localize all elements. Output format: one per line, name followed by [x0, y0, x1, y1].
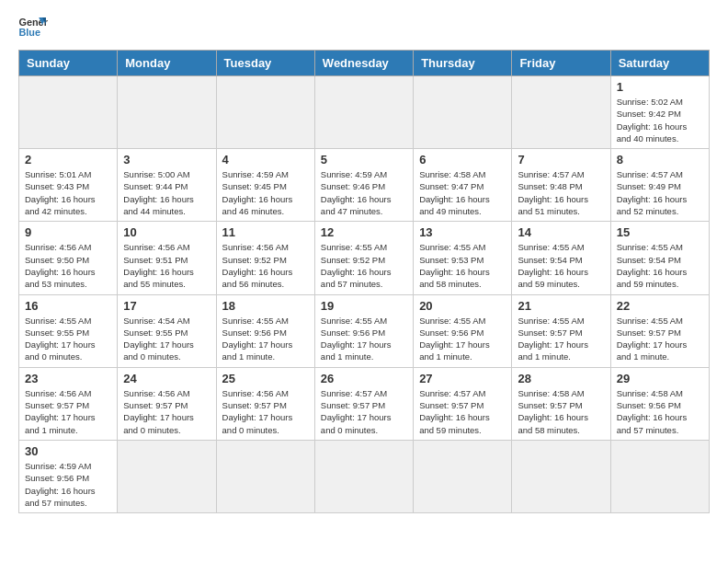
day-number: 28	[518, 372, 604, 385]
day-number: 8	[617, 153, 703, 167]
calendar-cell	[118, 76, 216, 149]
day-info: Sunrise: 4:58 AMSunset: 9:57 PMDaylight:…	[518, 387, 604, 436]
day-info: Sunrise: 5:01 AMSunset: 9:43 PMDaylight:…	[25, 168, 111, 217]
day-info: Sunrise: 4:55 AMSunset: 9:55 PMDaylight:…	[25, 315, 111, 363]
calendar-week-0: 1Sunrise: 5:02 AMSunset: 9:42 PMDaylight…	[19, 76, 710, 149]
day-info: Sunrise: 4:57 AMSunset: 9:48 PMDaylight:…	[518, 168, 604, 217]
day-info: Sunrise: 4:58 AMSunset: 9:56 PMDaylight:…	[617, 387, 703, 436]
day-number: 10	[123, 225, 210, 239]
day-number: 21	[518, 299, 604, 313]
day-number: 23	[25, 372, 111, 385]
day-number: 1	[617, 80, 703, 94]
calendar-cell: 12Sunrise: 4:55 AMSunset: 9:52 PMDayligh…	[314, 222, 413, 294]
calendar-cell: 15Sunrise: 4:55 AMSunset: 9:54 PMDayligh…	[610, 222, 709, 294]
logo-icon: General Blue	[18, 15, 48, 40]
calendar-cell: 5Sunrise: 4:59 AMSunset: 9:46 PMDaylight…	[314, 149, 413, 222]
day-number: 6	[419, 153, 506, 167]
day-info: Sunrise: 4:56 AMSunset: 9:52 PMDaylight:…	[222, 241, 309, 290]
day-info: Sunrise: 5:00 AMSunset: 9:44 PMDaylight:…	[123, 168, 210, 217]
day-number: 9	[25, 225, 111, 239]
logo: General Blue	[18, 15, 48, 40]
calendar-cell: 13Sunrise: 4:55 AMSunset: 9:53 PMDayligh…	[414, 222, 512, 294]
header-row: SundayMondayTuesdayWednesdayThursdayFrid…	[19, 51, 710, 76]
calendar-cell: 4Sunrise: 4:59 AMSunset: 9:45 PMDaylight…	[216, 149, 314, 222]
calendar-cell: 16Sunrise: 4:55 AMSunset: 9:55 PMDayligh…	[19, 294, 118, 367]
calendar-cell	[216, 76, 314, 149]
calendar-cell: 9Sunrise: 4:56 AMSunset: 9:50 PMDaylight…	[19, 222, 118, 294]
day-number: 27	[419, 372, 506, 385]
calendar-cell: 8Sunrise: 4:57 AMSunset: 9:49 PMDaylight…	[610, 149, 709, 222]
calendar-cell: 18Sunrise: 4:55 AMSunset: 9:56 PMDayligh…	[216, 294, 314, 367]
day-number: 15	[617, 225, 703, 239]
calendar-cell: 22Sunrise: 4:55 AMSunset: 9:57 PMDayligh…	[610, 294, 709, 367]
header-day-tuesday: Tuesday	[216, 51, 314, 76]
calendar-cell: 19Sunrise: 4:55 AMSunset: 9:56 PMDayligh…	[314, 294, 413, 367]
calendar-cell: 20Sunrise: 4:55 AMSunset: 9:56 PMDayligh…	[414, 294, 512, 367]
day-info: Sunrise: 4:56 AMSunset: 9:51 PMDaylight:…	[123, 241, 210, 290]
calendar-cell: 17Sunrise: 4:54 AMSunset: 9:55 PMDayligh…	[118, 294, 216, 367]
day-number: 16	[25, 299, 111, 313]
calendar-cell: 30Sunrise: 4:59 AMSunset: 9:56 PMDayligh…	[19, 440, 118, 512]
calendar-cell: 27Sunrise: 4:57 AMSunset: 9:57 PMDayligh…	[414, 367, 512, 440]
day-info: Sunrise: 4:57 AMSunset: 9:57 PMDaylight:…	[321, 387, 407, 436]
day-number: 24	[123, 372, 210, 385]
day-info: Sunrise: 4:55 AMSunset: 9:57 PMDaylight:…	[617, 315, 703, 363]
calendar-week-4: 23Sunrise: 4:56 AMSunset: 9:57 PMDayligh…	[19, 367, 710, 440]
calendar-cell	[610, 440, 709, 512]
calendar-table: SundayMondayTuesdayWednesdayThursdayFrid…	[18, 50, 710, 513]
day-info: Sunrise: 4:56 AMSunset: 9:57 PMDaylight:…	[222, 387, 309, 436]
header-day-sunday: Sunday	[19, 51, 118, 76]
calendar-cell: 3Sunrise: 5:00 AMSunset: 9:44 PMDaylight…	[118, 149, 216, 222]
calendar-cell: 14Sunrise: 4:55 AMSunset: 9:54 PMDayligh…	[512, 222, 610, 294]
calendar-week-1: 2Sunrise: 5:01 AMSunset: 9:43 PMDaylight…	[19, 149, 710, 222]
day-info: Sunrise: 4:57 AMSunset: 9:57 PMDaylight:…	[419, 387, 506, 436]
calendar-cell	[19, 76, 118, 149]
day-info: Sunrise: 4:55 AMSunset: 9:56 PMDaylight:…	[419, 315, 506, 363]
day-info: Sunrise: 4:55 AMSunset: 9:54 PMDaylight:…	[518, 241, 604, 290]
day-info: Sunrise: 5:02 AMSunset: 9:42 PMDaylight:…	[617, 96, 703, 144]
header-day-friday: Friday	[512, 51, 610, 76]
day-number: 17	[123, 299, 210, 313]
calendar-cell: 28Sunrise: 4:58 AMSunset: 9:57 PMDayligh…	[512, 367, 610, 440]
day-info: Sunrise: 4:55 AMSunset: 9:57 PMDaylight:…	[518, 315, 604, 363]
calendar-cell: 10Sunrise: 4:56 AMSunset: 9:51 PMDayligh…	[118, 222, 216, 294]
calendar-cell	[512, 440, 610, 512]
day-number: 30	[25, 444, 111, 458]
calendar-cell: 23Sunrise: 4:56 AMSunset: 9:57 PMDayligh…	[19, 367, 118, 440]
calendar-cell: 1Sunrise: 5:02 AMSunset: 9:42 PMDaylight…	[610, 76, 709, 149]
day-number: 4	[222, 153, 309, 167]
header-day-monday: Monday	[118, 51, 216, 76]
calendar-cell	[512, 76, 610, 149]
header-day-wednesday: Wednesday	[314, 51, 413, 76]
calendar-cell	[414, 76, 512, 149]
day-number: 20	[419, 299, 506, 313]
calendar-cell: 2Sunrise: 5:01 AMSunset: 9:43 PMDaylight…	[19, 149, 118, 222]
day-number: 29	[617, 372, 703, 385]
calendar-cell: 7Sunrise: 4:57 AMSunset: 9:48 PMDaylight…	[512, 149, 610, 222]
header-day-thursday: Thursday	[414, 51, 512, 76]
day-number: 13	[419, 225, 506, 239]
calendar-cell: 29Sunrise: 4:58 AMSunset: 9:56 PMDayligh…	[610, 367, 709, 440]
calendar-cell: 26Sunrise: 4:57 AMSunset: 9:57 PMDayligh…	[314, 367, 413, 440]
day-number: 11	[222, 225, 309, 239]
calendar-cell: 25Sunrise: 4:56 AMSunset: 9:57 PMDayligh…	[216, 367, 314, 440]
day-number: 12	[321, 225, 407, 239]
calendar-cell	[118, 440, 216, 512]
calendar-cell: 21Sunrise: 4:55 AMSunset: 9:57 PMDayligh…	[512, 294, 610, 367]
day-info: Sunrise: 4:59 AMSunset: 9:56 PMDaylight:…	[25, 460, 111, 509]
day-number: 7	[518, 153, 604, 167]
day-number: 5	[321, 153, 407, 167]
calendar-cell: 11Sunrise: 4:56 AMSunset: 9:52 PMDayligh…	[216, 222, 314, 294]
day-number: 14	[518, 225, 604, 239]
calendar-cell	[314, 76, 413, 149]
calendar-cell: 6Sunrise: 4:58 AMSunset: 9:47 PMDaylight…	[414, 149, 512, 222]
day-info: Sunrise: 4:55 AMSunset: 9:53 PMDaylight:…	[419, 241, 506, 290]
calendar-cell	[314, 440, 413, 512]
day-info: Sunrise: 4:59 AMSunset: 9:45 PMDaylight:…	[222, 168, 309, 217]
day-number: 2	[25, 153, 111, 167]
day-info: Sunrise: 4:55 AMSunset: 9:54 PMDaylight:…	[617, 241, 703, 290]
day-info: Sunrise: 4:58 AMSunset: 9:47 PMDaylight:…	[419, 168, 506, 217]
day-info: Sunrise: 4:55 AMSunset: 9:56 PMDaylight:…	[321, 315, 407, 363]
calendar-cell	[216, 440, 314, 512]
day-number: 18	[222, 299, 309, 313]
